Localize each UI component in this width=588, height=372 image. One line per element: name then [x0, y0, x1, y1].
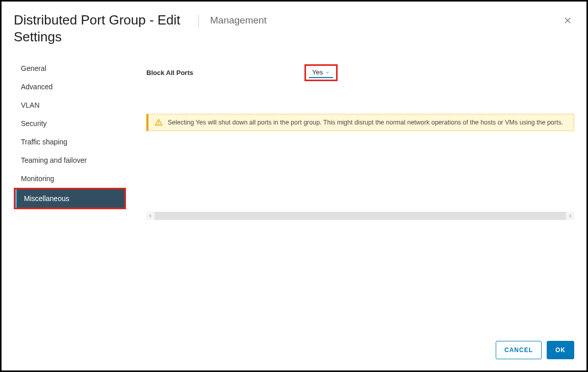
scroll-right-arrow-icon[interactable] — [566, 212, 574, 220]
divider — [198, 15, 199, 28]
field-block-all-ports: Block All Ports Yes — [146, 64, 574, 81]
sidebar-item-teaming-and-failover[interactable]: Teaming and failover — [14, 151, 126, 169]
dialog-header: Distributed Port Group - Edit Settings M… — [2, 2, 586, 50]
dialog-footer: CANCEL OK — [496, 341, 574, 359]
scrollbar-track[interactable] — [155, 212, 566, 220]
dialog-body: General Advanced VLAN Security Traffic s… — [2, 50, 586, 220]
close-icon[interactable] — [563, 16, 572, 25]
horizontal-scrollbar[interactable] — [146, 212, 574, 220]
dialog-frame: Distributed Port Group - Edit Settings M… — [0, 0, 588, 372]
block-all-ports-value: Yes — [312, 68, 323, 76]
scroll-left-arrow-icon[interactable] — [146, 212, 155, 220]
sidebar: General Advanced VLAN Security Traffic s… — [14, 52, 126, 220]
block-all-ports-select[interactable]: Yes — [309, 68, 333, 78]
sidebar-item-miscellaneous[interactable]: Miscellaneous — [15, 189, 124, 208]
warning-icon — [155, 118, 163, 127]
svg-point-3 — [158, 124, 159, 125]
sidebar-item-security[interactable]: Security — [14, 114, 126, 133]
sidebar-item-vlan[interactable]: VLAN — [14, 96, 126, 114]
sidebar-item-advanced[interactable]: Advanced — [14, 78, 126, 96]
main-panel: Block All Ports Yes Selecting Y — [126, 52, 574, 220]
chevron-down-icon — [325, 70, 330, 75]
annotation-highlight: Yes — [304, 64, 338, 81]
ok-button[interactable]: OK — [547, 341, 574, 359]
cancel-button[interactable]: CANCEL — [496, 341, 542, 359]
sidebar-item-traffic-shaping[interactable]: Traffic shaping — [14, 133, 126, 151]
annotation-highlight: Miscellaneous — [14, 188, 126, 209]
warning-banner: Selecting Yes will shut down all ports i… — [146, 114, 574, 131]
sidebar-item-monitoring[interactable]: Monitoring — [14, 169, 126, 188]
warning-text: Selecting Yes will shut down all ports i… — [168, 119, 563, 126]
sidebar-item-general[interactable]: General — [14, 59, 126, 78]
dialog-context: Management — [210, 12, 267, 26]
dialog-title: Distributed Port Group - Edit Settings — [14, 12, 187, 45]
block-all-ports-label: Block All Ports — [146, 69, 304, 77]
